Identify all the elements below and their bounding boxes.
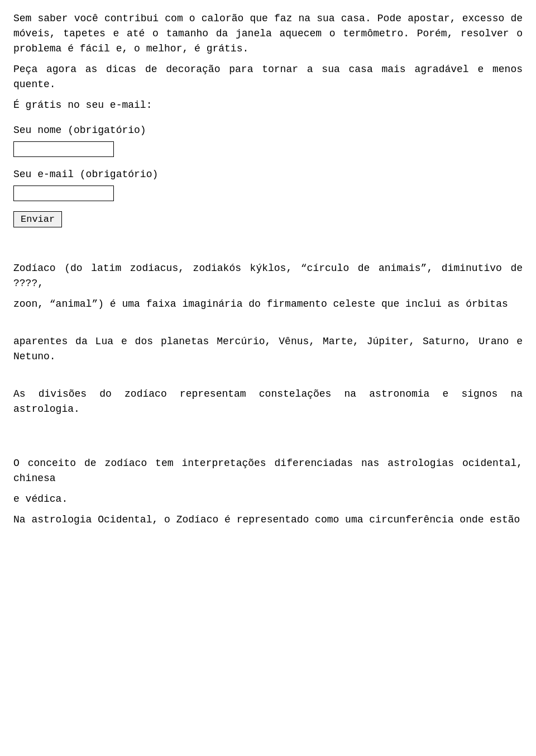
zodiac-section: Zodíaco (do latim zodiacus, zodiakós kýk… xyxy=(13,261,523,417)
email-label: Seu e-mail (obrigatório) xyxy=(13,167,523,182)
concept-paragraph-2: e védica. xyxy=(13,492,523,507)
intro-paragraph-1: Sem saber você contribui com o calorão q… xyxy=(13,11,523,56)
zodiac-paragraph-4: As divisões do zodíaco representam const… xyxy=(13,387,523,417)
signup-form: Seu nome (obrigatório) Seu e-mail (obrig… xyxy=(13,123,523,227)
concept-paragraph-3: Na astrologia Ocidental, o Zodíaco é rep… xyxy=(13,512,523,527)
name-label: Seu nome (obrigatório) xyxy=(13,123,523,138)
intro-section: Sem saber você contribui com o calorão q… xyxy=(13,11,523,113)
email-input[interactable] xyxy=(13,186,114,201)
gratis-label: É grátis no seu e-mail: xyxy=(13,98,523,113)
concept-paragraph-1: O conceito de zodíaco tem interpretações… xyxy=(13,456,523,486)
zodiac-paragraph-3: aparentes da Lua e dos planetas Mercúrio… xyxy=(13,334,523,364)
submit-button[interactable]: Enviar xyxy=(13,211,62,227)
concept-section: O conceito de zodíaco tem interpretações… xyxy=(13,456,523,527)
zodiac-paragraph-2: zoon, “animal”) é uma faixa imaginária d… xyxy=(13,297,523,312)
name-input[interactable] xyxy=(13,141,114,157)
intro-paragraph-2: Peça agora as dicas de decoração para to… xyxy=(13,62,523,92)
zodiac-paragraph-1: Zodíaco (do latim zodiacus, zodiakós kýk… xyxy=(13,261,523,291)
